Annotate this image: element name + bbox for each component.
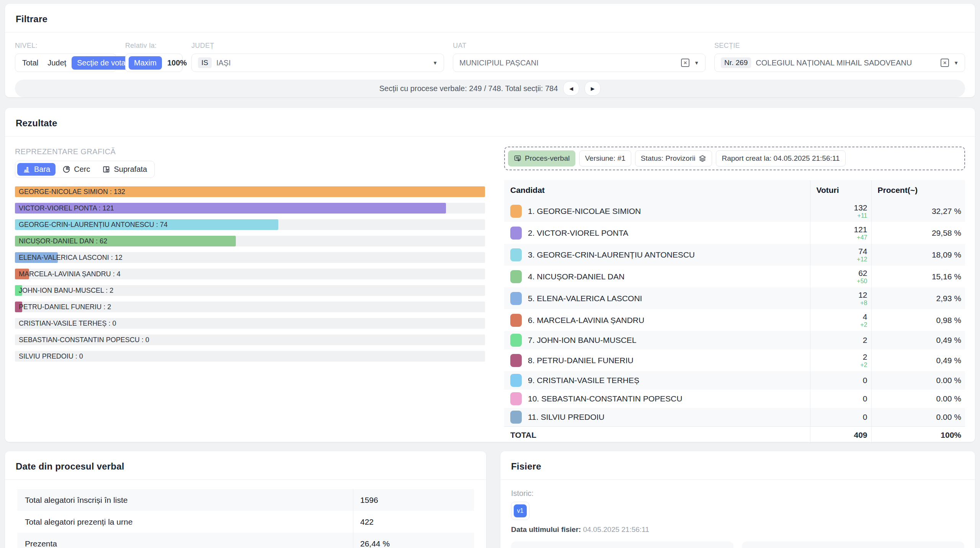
nivel-option-total[interactable]: Total [18,56,42,70]
proces-verbal-button[interactable]: Proces-verbal [508,150,575,166]
files-card: Fisiere Istoric: v1 Data ultimului fisie… [500,451,975,548]
candidate-color-swatch [510,248,522,261]
last-file-label: Data ultimului fisier: [511,525,581,533]
sectie-number-badge: Nr. 269 [721,57,751,68]
results-title: Rezultate [16,118,964,129]
sections-status-bar: Secții cu procese verbale: 249 / 748. To… [15,80,965,97]
table-row: 8. PETRU-DANIEL FUNERIU 2+2 0,49 % [504,349,965,371]
bar-row: VICTOR-VIOREL PONTA : 121 [15,203,485,214]
files-title: Fisiere [511,461,964,472]
certificate-icon [514,155,521,162]
judet-value: IAȘI [216,59,428,67]
candidate-color-swatch [510,292,522,305]
tab-cerc[interactable]: Cerc [57,163,95,176]
table-row: 1. GEORGE-NICOLAE SIMION 132+11 32,27 % [504,200,965,222]
chart-panel: REPREZENTARE GRAFICĂ Bara Cerc Suprafata… [15,147,485,444]
candidate-color-swatch [510,354,522,367]
chevron-down-icon[interactable]: ▼ [694,60,699,66]
table-row: 2. VICTOR-VIOREL PONTA 121+47 29,58 % [504,222,965,244]
prev-section-button[interactable]: ◀ [563,81,579,96]
table-row: 3. GEORGE-CRIN-LAURENȚIU ANTONESCU 74+12… [504,244,965,266]
relativ-option-100[interactable]: 100% [163,56,191,70]
bar-row: GEORGE-CRIN-LAURENȚIU ANTONESCU : 74 [15,219,485,230]
bar-row: CRISTIAN-VASILE TERHEȘ : 0 [15,318,485,329]
sectie-value: COLEGIUL NAȚIONAL MIHAIL SADOVEANU [756,59,936,67]
pie-chart-icon [62,165,70,173]
proces-verbal-toolbar: Proces-verbal Versiune: #1 Status: Provi… [504,147,965,170]
chart-type-tabs: Bara Cerc Suprafata [15,161,155,178]
chevron-down-icon[interactable]: ▼ [954,60,959,66]
istoric-label: Istoric: [511,489,964,498]
candidate-color-swatch [510,205,522,218]
layers-icon [699,155,706,162]
table-row: 4. NICUȘOR-DANIEL DAN 62+50 15,16 % [504,266,965,287]
table-row: 9. CRISTIAN-VASILE TERHEȘ 0 0.00 % [504,371,965,390]
table-row: Total alegatori înscriși în liste 1596 [17,489,474,511]
bar-row: SEBASTIAN-CONSTANTIN POPESCU : 0 [15,334,485,345]
candidate-color-swatch [510,314,522,327]
sectie-label: SECȚIE [714,42,965,50]
pv-data-card: Date din procesul verbal Total alegatori… [5,451,486,548]
table-total-row: TOTAL 409 100% [504,426,965,444]
bar-row: MARCELA-LAVINIA ȘANDRU : 4 [15,269,485,279]
status-chip: Status: Provizorii [635,150,712,166]
filter-title: Filtrare [16,14,964,24]
bar-chart-icon [23,165,31,173]
clear-icon[interactable]: × [681,59,689,67]
nivel-label: NIVEL: [15,42,116,50]
version-box: v1 [511,502,529,520]
results-card: Rezultate REPREZENTARE GRAFICĂ Bara Cerc… [5,108,975,442]
clear-icon[interactable]: × [941,59,949,67]
table-row: 7. JOHN-ION BANU-MUSCEL 2 0,49 % [504,331,965,349]
bar-row: SILVIU PREDOIU : 0 [15,351,485,362]
table-row: 5. ELENA-VALERICA LASCONI 12+8 2,93 % [504,287,965,309]
table-row: 6. MARCELA-LAVINIA ȘANDRU 4+2 0,98 % [504,309,965,331]
judet-label: JUDEȚ [191,42,444,50]
candidate-color-swatch [510,392,522,405]
pv-data-table: Total alegatori înscriși în liste 1596 T… [17,489,474,548]
bar-row: NICUȘOR-DANIEL DAN : 62 [15,236,485,246]
table-header-row: Candidat Voturi Procent(~) [504,180,965,200]
col-candidat: Candidat [504,180,810,200]
table-row: 11. SILVIU PREDOIU 0 0.00 % [504,408,965,426]
sectie-select[interactable]: Nr. 269 COLEGIUL NAȚIONAL MIHAIL SADOVEA… [714,54,965,72]
chevron-down-icon[interactable]: ▼ [433,60,438,66]
judet-code-badge: IS [198,57,212,68]
table-row: 10. SEBASTIAN-CONSTANTIN POPESCU 0 0.00 … [504,390,965,408]
treemap-icon [102,165,110,173]
filter-card: Filtrare NIVEL: Total Județ Secție de vo… [5,4,975,97]
relativ-label: Relativ la: [125,42,183,50]
bar-row: JOHN-ION BANU-MUSCEL : 2 [15,285,485,296]
relativ-group: Maxim 100% [125,54,183,72]
version-badge[interactable]: v1 [514,504,527,517]
file-tile: PDF pv_sv_is_269_prsd_t_20250504_215210.… [511,541,733,548]
candidate-color-swatch [510,270,522,283]
results-table: Candidat Voturi Procent(~) 1. GEORGE-NIC… [504,180,965,444]
chart-section-label: REPREZENTARE GRAFICĂ [15,147,485,156]
sections-status-text: Secții cu procese verbale: 249 / 748. To… [379,84,558,93]
pv-data-title: Date din procesul verbal [16,461,475,472]
tab-bara[interactable]: Bara [17,163,56,176]
table-row: Prezenta 26,44 % [17,533,474,548]
relativ-option-maxim[interactable]: Maxim [129,56,162,70]
uat-select[interactable]: MUNICIPIUL PAȘCANI × ▼ [453,54,706,72]
tab-suprafata[interactable]: Suprafata [97,163,152,176]
judet-select[interactable]: IS IAȘI ▼ [191,54,444,72]
uat-label: UAT [453,42,706,50]
table-row: Total alegatori prezenți la urne 422 [17,511,474,533]
nivel-option-judet[interactable]: Județ [44,56,70,70]
bar-row: GEORGE-NICOLAE SIMION : 132 [15,186,485,197]
bar-chart: GEORGE-NICOLAE SIMION : 132 VICTOR-VIORE… [15,186,485,362]
next-section-button[interactable]: ▶ [585,81,601,96]
candidate-color-swatch [510,334,522,347]
col-procent: Procent(~) [871,180,965,200]
versiune-chip[interactable]: Versiune: #1 [579,150,631,166]
candidate-color-swatch [510,374,522,387]
bar-row: ELENA-VALERICA LASCONI : 12 [15,252,485,263]
file-tile: PDF pv_sv_is_269_prsd_photo_t_20250504_2… [742,541,964,548]
bar-row: PETRU-DANIEL FUNERIU : 2 [15,302,485,312]
results-table-panel: Proces-verbal Versiune: #1 Status: Provi… [504,147,965,444]
raport-chip: Raport creat la: 04.05.2025 21:56:11 [716,150,845,166]
nivel-group: Total Județ Secție de votare [15,54,116,72]
candidate-color-swatch [510,411,522,424]
